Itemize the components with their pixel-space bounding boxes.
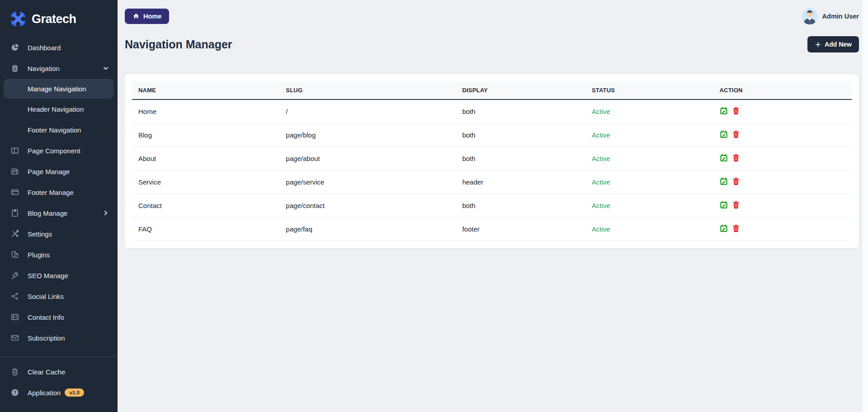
- cell-display: footer: [456, 218, 585, 241]
- sidebar-item-plugins[interactable]: Plugins: [0, 244, 118, 265]
- sidebar-item-subscription[interactable]: Subscription: [0, 327, 118, 348]
- navigation-table: NAME SLUG DISPLAY STATUS ACTION Home / b…: [132, 81, 852, 241]
- sidebar-item-label: SEO Manage: [28, 272, 68, 279]
- sidebar-item-label: Footer Manage: [28, 189, 74, 196]
- sidebar-item-label: Manage Navigation: [28, 85, 86, 93]
- sidebar-item-label: Contact Info: [28, 313, 64, 321]
- page-title: Navigation Manager: [125, 38, 232, 51]
- cell-name: Home: [132, 99, 279, 123]
- sidebar-item-application[interactable]: Application v1.0: [0, 382, 118, 403]
- sidebar-item-label: Navigation: [28, 65, 60, 72]
- envelope-icon: [11, 334, 19, 342]
- sidebar-item-label: Settings: [28, 230, 52, 238]
- cell-display: both: [456, 99, 585, 123]
- help-icon: [11, 388, 19, 397]
- column-header-name: NAME: [132, 81, 279, 99]
- status-badge: Active: [585, 123, 713, 147]
- navigation-table-card: NAME SLUG DISPLAY STATUS ACTION Home / b…: [125, 74, 859, 248]
- add-new-button[interactable]: Add New: [807, 36, 859, 52]
- sidebar-item-clear-cache[interactable]: Clear Cache: [0, 361, 118, 382]
- status-badge: Active: [585, 99, 713, 123]
- home-icon: [132, 13, 140, 20]
- cell-name: Service: [132, 170, 279, 194]
- sidebar-item-footer-navigation[interactable]: Footer Navigation: [0, 119, 118, 140]
- sidebar-item-label: Clear Cache: [28, 368, 65, 376]
- cell-display: both: [456, 123, 585, 147]
- cell-slug: page/faq: [279, 218, 456, 241]
- sidebar-item-contact-info[interactable]: Contact Info: [0, 307, 118, 327]
- sidebar-item-page-manage[interactable]: Page Manage: [0, 161, 118, 182]
- sidebar-item-label: Blog Manage: [28, 209, 67, 217]
- edit-icon[interactable]: [720, 154, 728, 162]
- sidebar-item-navigation[interactable]: Navigation: [0, 58, 118, 79]
- sidebar-item-social-links[interactable]: Social Links: [0, 286, 118, 307]
- topbar: Home Admin User: [125, 8, 859, 24]
- status-badge: Active: [585, 147, 713, 170]
- sidebar-item-seo-manage[interactable]: SEO Manage: [0, 265, 118, 286]
- cell-name: FAQ: [132, 218, 279, 241]
- card-icon: [11, 188, 19, 196]
- brand-logo-icon: [9, 10, 27, 28]
- sidebar-item-dashboard[interactable]: Dashboard: [0, 37, 118, 58]
- cell-slug: /: [279, 99, 456, 123]
- scrollbar[interactable]: [862, 0, 868, 412]
- sidebar-item-manage-navigation[interactable]: Manage Navigation: [4, 79, 114, 99]
- tools-icon: [11, 230, 19, 238]
- delete-icon[interactable]: [732, 177, 740, 185]
- chevron-down-icon: [102, 65, 109, 72]
- sidebar-item-page-component[interactable]: Page Component: [0, 140, 118, 161]
- home-button[interactable]: Home: [125, 9, 169, 24]
- edit-icon[interactable]: [720, 107, 728, 115]
- delete-icon[interactable]: [732, 107, 740, 115]
- cell-slug: page/contact: [279, 194, 456, 218]
- plus-icon: [815, 41, 821, 48]
- column-header-display: DISPLAY: [456, 81, 585, 99]
- avatar: [802, 8, 818, 24]
- sidebar-item-blog-manage[interactable]: Blog Manage: [0, 203, 118, 223]
- cell-slug: page/blog: [279, 123, 456, 147]
- home-button-label: Home: [143, 13, 161, 20]
- status-badge: Active: [585, 170, 713, 194]
- sidebar-item-label: Social Links: [28, 293, 64, 300]
- edit-icon[interactable]: [720, 177, 728, 185]
- delete-icon[interactable]: [732, 154, 740, 162]
- sidebar-item-label: Application: [28, 389, 61, 397]
- cell-slug: page/service: [279, 170, 456, 194]
- chevron-right-icon: [102, 209, 109, 217]
- column-header-action: ACTION: [713, 81, 852, 99]
- sidebar-item-footer-manage[interactable]: Footer Manage: [0, 182, 118, 203]
- edit-icon[interactable]: [720, 224, 728, 232]
- cell-display: both: [456, 194, 585, 218]
- delete-icon[interactable]: [732, 201, 740, 209]
- journal-icon: [11, 209, 19, 217]
- status-badge: Active: [585, 218, 713, 241]
- pie-chart-icon: [11, 43, 19, 52]
- app-window: Gratech Dashboard Navigation Manage Navi…: [0, 0, 868, 412]
- status-badge: Active: [585, 194, 713, 218]
- user-menu[interactable]: Admin User: [802, 8, 859, 24]
- user-name: Admin User: [822, 13, 859, 20]
- table-row: FAQ page/faq footer Active: [132, 218, 852, 241]
- share-icon: [11, 292, 19, 300]
- clipboard-icon: [11, 64, 19, 72]
- edit-icon[interactable]: [720, 201, 728, 209]
- main-content: Home Admin User Navigation Manager Add N…: [118, 0, 868, 412]
- brand-logo[interactable]: Gratech: [0, 0, 118, 37]
- sidebar-item-settings[interactable]: Settings: [0, 223, 118, 244]
- table-header-row: NAME SLUG DISPLAY STATUS ACTION: [132, 81, 852, 99]
- cell-name: Blog: [132, 123, 279, 147]
- newspaper-icon: [11, 167, 19, 175]
- sidebar-item-header-navigation[interactable]: Header Navigation: [0, 99, 118, 119]
- edit-icon[interactable]: [720, 130, 728, 138]
- cell-display: both: [456, 147, 585, 170]
- cell-name: Contact: [132, 194, 279, 218]
- sidebar-item-label: Subscription: [28, 334, 65, 342]
- sidebar-item-label: Page Component: [28, 147, 80, 155]
- sidebar-item-label: Page Manage: [28, 168, 70, 175]
- column-header-slug: SLUG: [279, 81, 456, 99]
- sidebar-item-label: Header Navigation: [28, 105, 84, 113]
- delete-icon[interactable]: [732, 224, 740, 232]
- sidebar-menu: Dashboard Navigation Manage Navigation H…: [0, 37, 118, 403]
- delete-icon[interactable]: [732, 130, 740, 138]
- brand-name: Gratech: [32, 12, 76, 26]
